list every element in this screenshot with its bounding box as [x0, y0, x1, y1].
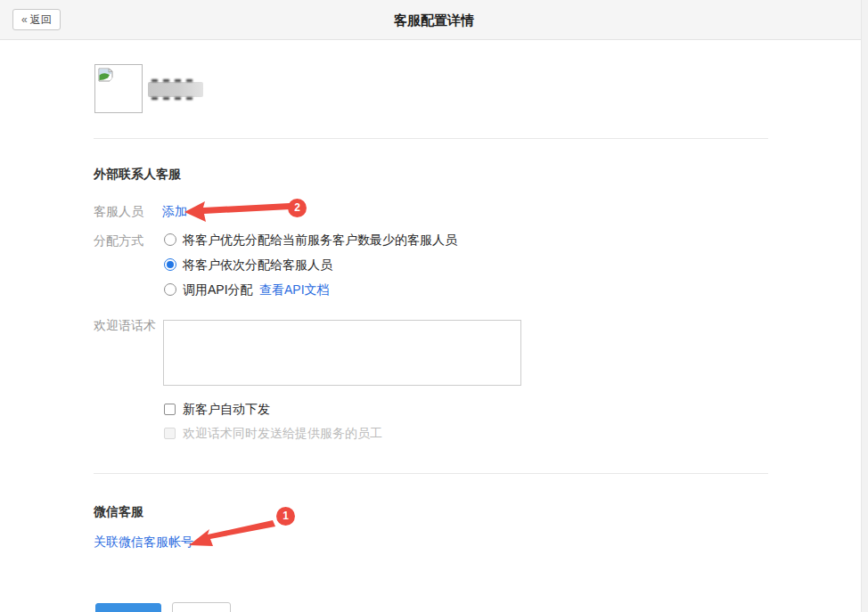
- radio-assign-least-busy[interactable]: [164, 233, 176, 246]
- customer-service-config-page: { "colors": { "topbar_bg": "#f5f5f5", "l…: [0, 0, 868, 612]
- add-staff-link[interactable]: 添加: [162, 204, 187, 220]
- send-to-staff-checkbox-label: 欢迎话术同时发送给提供服务的员工: [183, 426, 382, 442]
- topbar: « 返回 客服配置详情: [0, 0, 868, 40]
- vertical-scrollbar[interactable]: [861, 0, 868, 612]
- send-to-staff-checkbox: [164, 428, 176, 439]
- annotation-badge-2: 2: [288, 199, 307, 217]
- page-title: 客服配置详情: [0, 0, 868, 40]
- staff-label: 客服人员: [94, 204, 143, 220]
- annotation-badge-1: 1: [276, 507, 295, 526]
- assignment-label: 分配方式: [94, 233, 143, 249]
- radio-assign-in-turn-label: 将客户依次分配给客服人员: [183, 257, 332, 273]
- welcome-label: 欢迎语话术: [94, 318, 156, 334]
- broken-image-icon: [98, 68, 113, 82]
- radio-assign-least-busy-label: 将客户优先分配给当前服务客户数最少的客服人员: [183, 233, 457, 249]
- welcome-textarea[interactable]: [163, 320, 521, 386]
- radio-assign-api-label: 调用API分配: [183, 282, 253, 298]
- annotation-arrow-1: [184, 517, 282, 551]
- wechat-service-heading: 微信客服: [94, 504, 143, 520]
- avatar: [94, 64, 143, 113]
- footer-primary-button[interactable]: [95, 603, 161, 612]
- section-divider: [94, 473, 768, 474]
- radio-assign-api[interactable]: [164, 283, 176, 296]
- link-wechat-account-link[interactable]: 关联微信客服帐号: [94, 534, 193, 551]
- auto-send-checkbox[interactable]: [164, 404, 176, 415]
- annotation-arrow-2: [181, 198, 295, 223]
- footer-secondary-button[interactable]: [172, 602, 231, 612]
- section-divider: [94, 138, 768, 139]
- radio-assign-in-turn[interactable]: [164, 258, 176, 271]
- external-service-heading: 外部联系人客服: [94, 167, 181, 183]
- redacted-user-name: [148, 82, 203, 97]
- auto-send-checkbox-label: 新客户自动下发: [183, 402, 270, 418]
- view-api-doc-link[interactable]: 查看API文档: [259, 282, 330, 298]
